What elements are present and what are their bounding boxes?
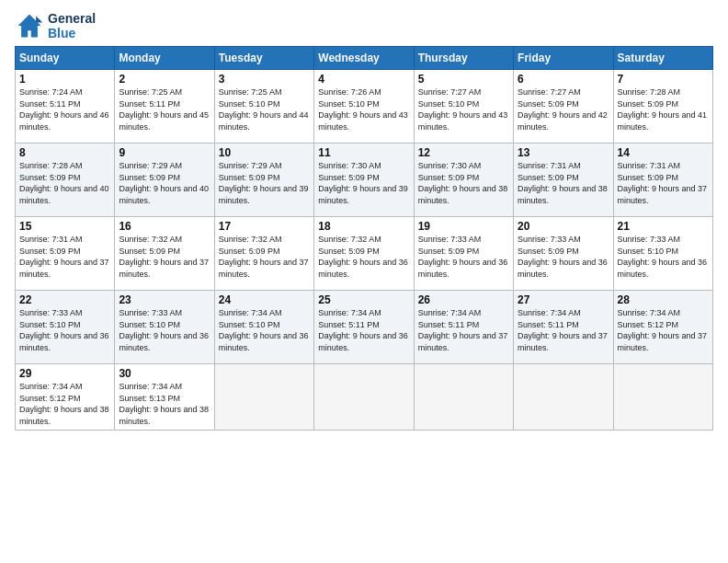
calendar-cell: 23 Sunrise: 7:33 AMSunset: 5:10 PMDaylig…	[115, 291, 214, 364]
day-info: Sunrise: 7:29 AMSunset: 5:09 PMDaylight:…	[119, 160, 210, 206]
calendar-cell: 8 Sunrise: 7:28 AMSunset: 5:09 PMDayligh…	[16, 144, 115, 217]
weekday-header-thursday: Thursday	[414, 47, 513, 70]
calendar-cell: 3 Sunrise: 7:25 AMSunset: 5:10 PMDayligh…	[214, 70, 313, 144]
day-number: 20	[518, 220, 609, 233]
day-info: Sunrise: 7:34 AMSunset: 5:11 PMDaylight:…	[418, 307, 509, 353]
day-info: Sunrise: 7:34 AMSunset: 5:10 PMDaylight:…	[219, 307, 310, 353]
day-info: Sunrise: 7:34 AMSunset: 5:11 PMDaylight:…	[318, 307, 409, 353]
weekday-header-tuesday: Tuesday	[214, 47, 313, 70]
day-info: Sunrise: 7:26 AMSunset: 5:10 PMDaylight:…	[318, 86, 409, 132]
calendar-cell: 4 Sunrise: 7:26 AMSunset: 5:10 PMDayligh…	[314, 70, 414, 144]
logo: General Blue	[15, 11, 96, 40]
calendar-cell	[414, 364, 513, 431]
calendar-cell: 18 Sunrise: 7:32 AMSunset: 5:09 PMDaylig…	[314, 217, 414, 291]
calendar-cell: 27 Sunrise: 7:34 AMSunset: 5:11 PMDaylig…	[514, 291, 613, 364]
calendar-cell: 19 Sunrise: 7:33 AMSunset: 5:09 PMDaylig…	[414, 217, 513, 291]
day-number: 27	[518, 293, 609, 306]
day-info: Sunrise: 7:33 AMSunset: 5:10 PMDaylight:…	[618, 234, 709, 280]
day-number: 9	[119, 146, 210, 159]
calendar-cell: 6 Sunrise: 7:27 AMSunset: 5:09 PMDayligh…	[514, 70, 613, 144]
day-number: 1	[19, 73, 110, 86]
weekday-header-wednesday: Wednesday	[314, 47, 414, 70]
calendar-cell	[514, 364, 613, 431]
day-info: Sunrise: 7:29 AMSunset: 5:09 PMDaylight:…	[219, 160, 310, 206]
calendar-cell: 12 Sunrise: 7:30 AMSunset: 5:09 PMDaylig…	[414, 144, 513, 217]
day-number: 18	[318, 220, 409, 233]
calendar-cell: 28 Sunrise: 7:34 AMSunset: 5:12 PMDaylig…	[613, 291, 712, 364]
day-info: Sunrise: 7:32 AMSunset: 5:09 PMDaylight:…	[119, 234, 210, 280]
calendar-cell: 7 Sunrise: 7:28 AMSunset: 5:09 PMDayligh…	[613, 70, 712, 144]
calendar-cell: 24 Sunrise: 7:34 AMSunset: 5:10 PMDaylig…	[214, 291, 313, 364]
calendar-cell: 15 Sunrise: 7:31 AMSunset: 5:09 PMDaylig…	[16, 217, 115, 291]
calendar-table: SundayMondayTuesdayWednesdayThursdayFrid…	[15, 46, 713, 431]
day-number: 17	[219, 220, 310, 233]
day-number: 29	[19, 367, 110, 380]
day-info: Sunrise: 7:27 AMSunset: 5:09 PMDaylight:…	[518, 86, 609, 132]
logo-text: General Blue	[48, 11, 96, 40]
day-info: Sunrise: 7:34 AMSunset: 5:13 PMDaylight:…	[119, 381, 210, 427]
day-number: 23	[119, 293, 210, 306]
calendar-cell: 11 Sunrise: 7:30 AMSunset: 5:09 PMDaylig…	[314, 144, 414, 217]
day-info: Sunrise: 7:24 AMSunset: 5:11 PMDaylight:…	[19, 86, 110, 132]
day-info: Sunrise: 7:32 AMSunset: 5:09 PMDaylight:…	[219, 234, 310, 280]
calendar-cell: 14 Sunrise: 7:31 AMSunset: 5:09 PMDaylig…	[613, 144, 712, 217]
day-info: Sunrise: 7:33 AMSunset: 5:10 PMDaylight:…	[19, 307, 110, 353]
day-info: Sunrise: 7:34 AMSunset: 5:12 PMDaylight:…	[618, 307, 709, 353]
day-number: 4	[318, 73, 409, 86]
calendar-cell: 22 Sunrise: 7:33 AMSunset: 5:10 PMDaylig…	[16, 291, 115, 364]
calendar-cell	[613, 364, 712, 431]
logo-icon	[15, 11, 44, 40]
day-number: 6	[518, 73, 609, 86]
weekday-header-monday: Monday	[115, 47, 214, 70]
day-number: 8	[19, 146, 110, 159]
day-number: 24	[219, 293, 310, 306]
day-info: Sunrise: 7:33 AMSunset: 5:09 PMDaylight:…	[518, 234, 609, 280]
weekday-header-sunday: Sunday	[16, 47, 115, 70]
calendar-cell: 25 Sunrise: 7:34 AMSunset: 5:11 PMDaylig…	[314, 291, 414, 364]
day-info: Sunrise: 7:32 AMSunset: 5:09 PMDaylight:…	[318, 234, 409, 280]
weekday-header-saturday: Saturday	[613, 47, 712, 70]
day-info: Sunrise: 7:31 AMSunset: 5:09 PMDaylight:…	[19, 234, 110, 280]
day-number: 12	[418, 146, 509, 159]
calendar-cell: 21 Sunrise: 7:33 AMSunset: 5:10 PMDaylig…	[613, 217, 712, 291]
day-number: 22	[19, 293, 110, 306]
day-info: Sunrise: 7:33 AMSunset: 5:10 PMDaylight:…	[119, 307, 210, 353]
calendar-cell: 30 Sunrise: 7:34 AMSunset: 5:13 PMDaylig…	[115, 364, 214, 431]
day-number: 3	[219, 73, 310, 86]
day-number: 10	[219, 146, 310, 159]
calendar-cell: 9 Sunrise: 7:29 AMSunset: 5:09 PMDayligh…	[115, 144, 214, 217]
day-info: Sunrise: 7:33 AMSunset: 5:09 PMDaylight:…	[418, 234, 509, 280]
weekday-header-row: SundayMondayTuesdayWednesdayThursdayFrid…	[16, 47, 713, 70]
calendar-cell: 13 Sunrise: 7:31 AMSunset: 5:09 PMDaylig…	[514, 144, 613, 217]
day-number: 15	[19, 220, 110, 233]
day-info: Sunrise: 7:31 AMSunset: 5:09 PMDaylight:…	[618, 160, 709, 206]
calendar-cell: 29 Sunrise: 7:34 AMSunset: 5:12 PMDaylig…	[16, 364, 115, 431]
calendar-cell: 10 Sunrise: 7:29 AMSunset: 5:09 PMDaylig…	[214, 144, 313, 217]
day-info: Sunrise: 7:30 AMSunset: 5:09 PMDaylight:…	[418, 160, 509, 206]
day-number: 16	[119, 220, 210, 233]
day-info: Sunrise: 7:34 AMSunset: 5:12 PMDaylight:…	[19, 381, 110, 427]
day-number: 11	[318, 146, 409, 159]
calendar-cell: 2 Sunrise: 7:25 AMSunset: 5:11 PMDayligh…	[115, 70, 214, 144]
day-number: 19	[418, 220, 509, 233]
day-number: 30	[119, 367, 210, 380]
calendar-cell	[314, 364, 414, 431]
calendar-cell: 26 Sunrise: 7:34 AMSunset: 5:11 PMDaylig…	[414, 291, 513, 364]
day-number: 13	[518, 146, 609, 159]
calendar-cell: 5 Sunrise: 7:27 AMSunset: 5:10 PMDayligh…	[414, 70, 513, 144]
day-info: Sunrise: 7:25 AMSunset: 5:10 PMDaylight:…	[219, 86, 310, 132]
day-info: Sunrise: 7:30 AMSunset: 5:09 PMDaylight:…	[318, 160, 409, 206]
weekday-header-friday: Friday	[514, 47, 613, 70]
day-number: 26	[418, 293, 509, 306]
calendar-cell	[214, 364, 313, 431]
day-number: 7	[618, 73, 709, 86]
day-info: Sunrise: 7:34 AMSunset: 5:11 PMDaylight:…	[518, 307, 609, 353]
day-info: Sunrise: 7:28 AMSunset: 5:09 PMDaylight:…	[618, 86, 709, 132]
day-info: Sunrise: 7:31 AMSunset: 5:09 PMDaylight:…	[518, 160, 609, 206]
day-info: Sunrise: 7:28 AMSunset: 5:09 PMDaylight:…	[19, 160, 110, 206]
day-number: 2	[119, 73, 210, 86]
day-info: Sunrise: 7:25 AMSunset: 5:11 PMDaylight:…	[119, 86, 210, 132]
day-number: 21	[618, 220, 709, 233]
day-number: 28	[618, 293, 709, 306]
day-number: 5	[418, 73, 509, 86]
